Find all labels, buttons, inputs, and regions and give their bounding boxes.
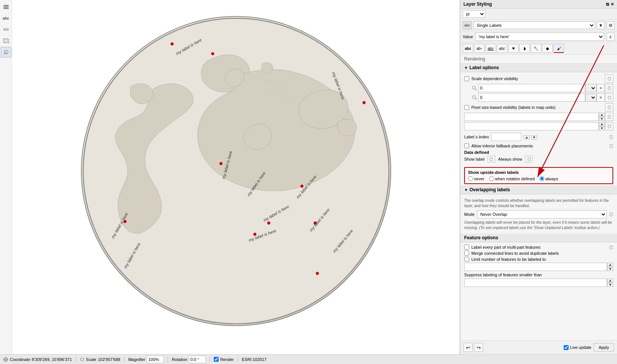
layer-settings-btn[interactable]: ⚙: [606, 21, 615, 29]
panel-float-icon[interactable]: ⧉: [606, 2, 609, 7]
tab-callouts[interactable]: ◆: [542, 44, 553, 53]
overlap-italic-desc: Overlapping labels will never be placed …: [464, 220, 613, 231]
data-defined-section: Data defined Show label 📋 Always show 📋: [464, 150, 613, 163]
scale-max-side2[interactable]: 📋: [605, 93, 613, 102]
suppress-down[interactable]: ▼: [607, 283, 613, 287]
tab-brush[interactable]: 🖌: [553, 44, 564, 53]
limit-features-cb[interactable]: [464, 257, 469, 262]
zindex-spinner[interactable]: ▲ ▼: [524, 134, 537, 139]
limit-spinner[interactable]: ▲ ▼: [607, 263, 613, 271]
suppress-spinner[interactable]: ▲ ▼: [607, 279, 613, 287]
zindex-down[interactable]: ▼: [531, 135, 537, 139]
max-px-input[interactable]: Maximum 10000 px: [464, 122, 599, 130]
suppress-row: Suppress labeling of features smaller th…: [464, 272, 613, 277]
layer-type-select[interactable]: Single Labels: [473, 22, 595, 29]
tab-text[interactable]: abc: [463, 44, 473, 53]
radio-never-input[interactable]: [468, 176, 473, 181]
suppress-up[interactable]: ▲: [607, 279, 613, 283]
show-label-dd[interactable]: 📋: [488, 156, 495, 163]
radio-never: never: [468, 176, 485, 181]
render-checkbox[interactable]: [214, 357, 219, 362]
scale-max-unit[interactable]: [585, 93, 597, 102]
coordinate-label: Coordinate: [10, 357, 30, 362]
min-px-dd[interactable]: 📋: [605, 113, 613, 121]
left-icon-ruler[interactable]: [1, 24, 11, 35]
live-update-checkbox[interactable]: [564, 345, 569, 350]
radio-always-input[interactable]: [539, 176, 544, 181]
max-px-down[interactable]: ▼: [599, 126, 605, 130]
scale-visibility-row: Scale dependent visibility 📋: [464, 74, 613, 83]
pixel-visibility-checkbox[interactable]: [464, 105, 469, 110]
min-px-spinner[interactable]: ▲ ▼: [599, 113, 605, 121]
value-label: Value: [463, 34, 473, 39]
min-px-input[interactable]: Minimum 3 px: [464, 113, 599, 121]
scale-min-unit[interactable]: [585, 84, 597, 92]
value-dd-btn[interactable]: ε: [606, 33, 615, 41]
radio-when-rotation-input[interactable]: [489, 176, 494, 181]
upside-down-radios: never when rotation defined always: [468, 176, 609, 181]
zindex-up[interactable]: ▲: [524, 135, 530, 139]
scale-max-input[interactable]: [478, 93, 585, 102]
zindex-dd[interactable]: 📋: [609, 135, 613, 139]
left-icon-style[interactable]: [1, 47, 11, 57]
max-px-dd[interactable]: 📋: [605, 122, 613, 130]
scale-min-side2[interactable]: 📋: [605, 84, 613, 92]
coordinate-value: 8'309'269, 15'896'371: [32, 357, 72, 362]
overlapping-header[interactable]: ▼ Overlapping labels: [460, 186, 617, 194]
feature-options-header[interactable]: Feature options: [460, 234, 617, 242]
panel-scroll-content[interactable]: Rendering ▼ Label options Scale dependen…: [460, 55, 617, 340]
max-px-up[interactable]: ▲: [599, 122, 605, 126]
scale-max-side1[interactable]: ≡: [597, 93, 605, 102]
limit-up[interactable]: ▲: [607, 263, 613, 267]
crs-value: ESRI:102017: [242, 357, 266, 362]
max-px-spinner[interactable]: ▲ ▼: [599, 122, 605, 130]
left-icon-label[interactable]: abc: [1, 13, 11, 23]
mode-select[interactable]: Never Overlap: [477, 210, 607, 218]
radio-never-label: never: [474, 177, 485, 181]
tab-format[interactable]: ab+: [474, 44, 485, 53]
tab-background[interactable]: abc: [497, 44, 507, 53]
merge-connected-label: Merge connected lines to avoid duplicate…: [471, 251, 559, 256]
rotation-input[interactable]: [189, 356, 206, 363]
tab-placement[interactable]: ◗: [519, 44, 530, 53]
scale-visibility-checkbox[interactable]: [464, 76, 469, 81]
left-icon-map[interactable]: [1, 36, 11, 46]
scale-min-side1[interactable]: ≡: [597, 84, 605, 92]
label-every-part-cb[interactable]: [464, 245, 469, 249]
map-area[interactable]: my label is here my label is here my lab…: [12, 0, 460, 354]
min-px-up[interactable]: ▲: [599, 113, 605, 117]
unit-selector[interactable]: pt: [463, 10, 485, 18]
overlapping-section: The overlap mode controls whether overla…: [460, 194, 617, 234]
scale-visibility-dd[interactable]: 📋: [605, 74, 613, 83]
tab-buffer[interactable]: abc: [485, 44, 496, 53]
min-px-down[interactable]: ▼: [599, 117, 605, 121]
suppress-input[interactable]: 0.00 mm: [464, 279, 607, 287]
fallback-dd[interactable]: 📋: [609, 144, 613, 148]
magnifier-input[interactable]: [147, 356, 164, 363]
right-panel: Layer Styling ⧉ ✕ pt abc Single Labels: [460, 0, 617, 354]
always-show-dd[interactable]: 📋: [525, 156, 533, 163]
limit-value-row: 2000 ▲ ▼: [464, 263, 613, 271]
svg-point-44: [472, 96, 476, 99]
redo-button[interactable]: ↪: [474, 343, 483, 352]
layer-type-dd-btn[interactable]: ▼: [597, 21, 605, 29]
tab-shadow[interactable]: ♥: [508, 44, 519, 53]
limit-value-input[interactable]: 2000: [464, 263, 607, 271]
data-defined-controls: Show label 📋 Always show 📋: [464, 156, 613, 163]
panel-close-icon[interactable]: ✕: [611, 2, 614, 7]
pixel-visibility-dd[interactable]: 📋: [605, 103, 613, 112]
mode-dd[interactable]: 📋: [609, 212, 613, 216]
merge-connected-cb[interactable]: [464, 251, 469, 256]
left-icon-layers[interactable]: [1, 2, 11, 12]
apply-button[interactable]: Apply: [594, 343, 614, 352]
fallback-checkbox[interactable]: [464, 143, 469, 148]
limit-down[interactable]: ▼: [607, 267, 613, 271]
label-every-part-dd[interactable]: 📋: [609, 245, 613, 249]
zindex-input[interactable]: 0.00: [491, 133, 521, 141]
value-select[interactable]: 'my label is here': [475, 33, 604, 41]
sep2: [124, 356, 124, 362]
label-options-header[interactable]: ▼ Label options: [460, 64, 617, 72]
scale-min-input[interactable]: [478, 84, 585, 92]
undo-button[interactable]: ↩: [463, 343, 472, 352]
tab-rendering[interactable]: 🔧: [531, 44, 541, 53]
